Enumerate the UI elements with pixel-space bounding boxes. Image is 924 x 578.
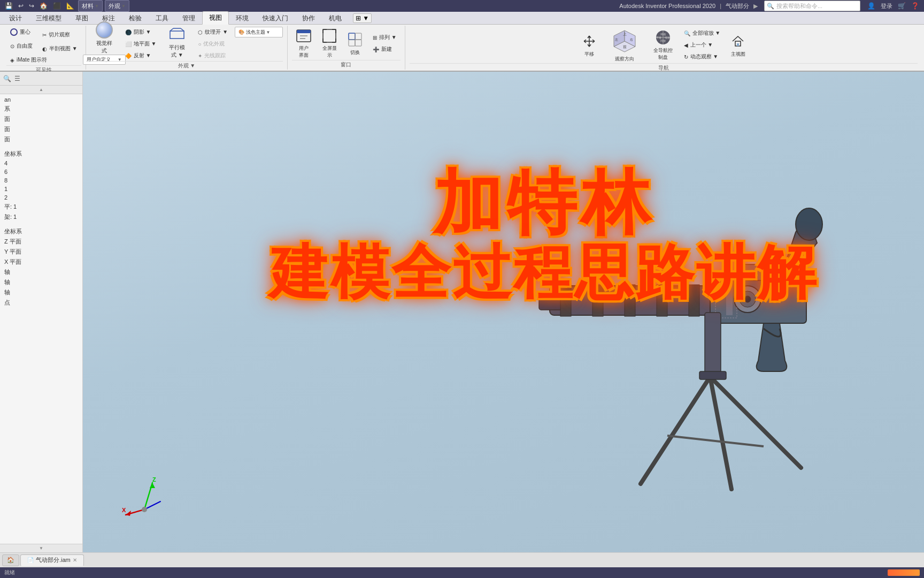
- ribbon-content: 重心 ✂ 切片观察 ⊙ 自由度 ◐ 半剖视图 ▼ ◈ iMate 图示符 可见性: [0, 25, 924, 72]
- sidebar-item-coord2[interactable]: 坐标系: [0, 226, 82, 237]
- orbit-btn[interactable]: ↻ 动态观察 ▼: [680, 51, 725, 62]
- center-of-gravity-btn[interactable]: 重心: [6, 27, 34, 37]
- material-dropdown[interactable]: 材料 ▼: [78, 0, 103, 12]
- svg-rect-9: [349, 33, 355, 40]
- undo-button[interactable]: ↩: [17, 2, 25, 10]
- save-button[interactable]: 💾: [3, 2, 14, 10]
- sidebar-item-coord[interactable]: 坐标系: [0, 149, 82, 159]
- tab-manage[interactable]: 管理: [175, 12, 202, 25]
- navcube-btn[interactable]: 前 左 右 上 观察方向: [603, 27, 646, 63]
- search-bar[interactable]: 🔍 搜索帮助和命令...: [764, 1, 860, 11]
- tab-design[interactable]: 设计: [2, 12, 29, 25]
- close-tab-button[interactable]: ✕: [73, 557, 77, 563]
- prev-view-btn[interactable]: ◀ 上一个 ▼: [680, 40, 725, 50]
- parallel-mode-btn[interactable]: 平行模式 ▼: [163, 27, 191, 59]
- freedom-btn[interactable]: ⊙ 自由度: [6, 41, 36, 51]
- pan-icon: [581, 33, 598, 50]
- measure-button[interactable]: 📐: [65, 2, 76, 10]
- appearance-dropdown[interactable]: 外观 ▼: [105, 0, 129, 12]
- tab-environment[interactable]: 环境: [229, 12, 256, 25]
- texture-btn[interactable]: ⬡ 纹理开 ▼: [194, 27, 232, 37]
- texture-buttons: ⬡ 纹理开 ▼ ○ 优化外观 ✦ 光线跟踪: [194, 27, 232, 61]
- switch-btn[interactable]: 切换: [343, 27, 367, 59]
- sidebar-item-8[interactable]: 8: [0, 176, 82, 185]
- imate-btn[interactable]: ◈ iMate 图示符: [6, 55, 51, 65]
- tab-quickstart[interactable]: 快速入门: [256, 12, 295, 25]
- view-toggle[interactable]: ⊞ ▼: [353, 14, 372, 22]
- sidebar-item-plane2[interactable]: 架: 1: [0, 212, 82, 222]
- help-button[interactable]: ❓: [910, 2, 921, 10]
- svg-line-32: [667, 436, 764, 446]
- home-view-btn[interactable]: 主视图: [726, 29, 750, 61]
- sidebar-scroll-top[interactable]: ▲: [0, 86, 82, 94]
- sidebar-item-1[interactable]: 1: [0, 185, 82, 193]
- appearance-items: 视觉样式 用户自定义 ▼ 🌑 阴影 ▼ ⬜ 地平面 ▼ 🔶 反射 ▼: [90, 27, 283, 61]
- main-layout: 🔍 ☰ ▲ an 系 面 面 面 坐标系 4 6 8 1 2 平: 1 架: 1…: [0, 72, 924, 552]
- sidebar-item-axis3[interactable]: 轴: [0, 287, 82, 298]
- new-window-btn[interactable]: ➕ 新建: [369, 44, 401, 55]
- ground-plane-btn[interactable]: ⬜ 地平面 ▼: [121, 39, 160, 49]
- svg-rect-47: [726, 283, 733, 315]
- fullscreen-btn[interactable]: 全屏显示: [318, 27, 341, 59]
- tab-tools[interactable]: 工具: [149, 12, 175, 25]
- tab-label: 气动部分.iam: [36, 556, 71, 564]
- svg-rect-5: [297, 30, 311, 33]
- tab-3dmodel[interactable]: 三维模型: [29, 12, 68, 25]
- home-tab-icon[interactable]: 🏠: [2, 554, 19, 566]
- sidebar-item-an[interactable]: an: [0, 95, 82, 104]
- sidebar-item-face1[interactable]: 面: [0, 114, 82, 124]
- list-icon: ☰: [14, 75, 20, 82]
- cart-icon[interactable]: 🛒: [896, 2, 907, 10]
- sidebar-item-zplane[interactable]: Z 平面: [0, 237, 82, 247]
- tab-mechanical[interactable]: 机电: [322, 12, 349, 25]
- sidebar-item-axis2[interactable]: 轴: [0, 277, 82, 287]
- svg-point-45: [744, 296, 751, 302]
- optimize-btn[interactable]: ○ 优化外观: [194, 39, 232, 49]
- file-tab-main[interactable]: 📄 气动部分.iam ✕: [20, 554, 84, 566]
- half-section-btn[interactable]: ◐ 半剖视图 ▼: [38, 43, 81, 54]
- tab-collaborate[interactable]: 协作: [295, 12, 322, 25]
- tab-view[interactable]: 视图: [202, 11, 229, 25]
- viewport[interactable]: X Z 加特林 建模全过程思路讲解: [83, 72, 924, 552]
- sidebar-item-4[interactable]: 4: [0, 159, 82, 168]
- shadow-btn[interactable]: 🌑 阴影 ▼: [121, 27, 160, 37]
- visual-style-btn[interactable]: 视觉样式 用户自定义 ▼: [90, 27, 118, 59]
- sidebar-item-xplane[interactable]: X 平面: [0, 257, 82, 267]
- svg-rect-8: [323, 29, 336, 42]
- user-interface-btn[interactable]: 用户界面: [292, 27, 315, 59]
- home-button[interactable]: 🏠: [38, 2, 49, 10]
- sidebar-item-axis1[interactable]: 轴: [0, 267, 82, 277]
- cut-view-btn[interactable]: ✂ 切片观察: [38, 29, 74, 40]
- sidebar-item-6[interactable]: 6: [0, 168, 82, 176]
- sidebar-item-system[interactable]: 系: [0, 104, 82, 114]
- tab-inspect[interactable]: 检验: [122, 12, 149, 25]
- raytracing-btn[interactable]: ✦ 光线跟踪: [194, 50, 232, 61]
- box-button[interactable]: ⬛: [51, 2, 63, 10]
- sidebar-content[interactable]: an 系 面 面 面 坐标系 4 6 8 1 2 平: 1 架: 1 坐标系 Z…: [0, 94, 82, 544]
- tab-sketch[interactable]: 草图: [68, 12, 95, 25]
- sidebar-scroll-bottom[interactable]: ▼: [0, 544, 82, 552]
- theme-dropdown[interactable]: 🎨 浅色主题 ▼: [235, 27, 283, 37]
- arrange-btn[interactable]: ⊞ 排列 ▼: [369, 32, 401, 43]
- title-sep2: ▶: [753, 3, 758, 10]
- redo-button[interactable]: ↪: [27, 2, 36, 10]
- visibility-items: 重心 ✂ 切片观察 ⊙ 自由度 ◐ 半剖视图 ▼ ◈ iMate 图示符: [6, 27, 81, 65]
- zoom-all-btn[interactable]: 🔍 全部缩放 ▼: [680, 28, 725, 39]
- pan-btn[interactable]: 平移: [578, 29, 601, 61]
- reflection-btn[interactable]: 🔶 反射 ▼: [121, 50, 160, 61]
- sidebar-item-face3[interactable]: 面: [0, 134, 82, 144]
- sidebar-item-point[interactable]: 点: [0, 298, 82, 308]
- cog-icon: [10, 28, 18, 36]
- sidebar-header: 🔍 ☰: [0, 72, 82, 86]
- nav-wheel-btn[interactable]: 环绕缩放平移回放 全导航控制盘: [648, 27, 678, 63]
- sidebar-item-face2[interactable]: 面: [0, 124, 82, 134]
- login-button[interactable]: 登录: [879, 2, 894, 11]
- sidebar-item-yplane[interactable]: Y 平面: [0, 247, 82, 257]
- nav-wheel-icon: 环绕缩放平移回放: [654, 29, 672, 46]
- sidebar-item-plane1[interactable]: 平: 1: [0, 202, 82, 212]
- cut-icon: ✂: [42, 32, 47, 38]
- app-title: Autodesk Inventor Professional 2020: [619, 3, 715, 9]
- svg-point-55: [142, 507, 147, 512]
- sidebar-item-2[interactable]: 2: [0, 193, 82, 202]
- title-sep: |: [720, 3, 721, 9]
